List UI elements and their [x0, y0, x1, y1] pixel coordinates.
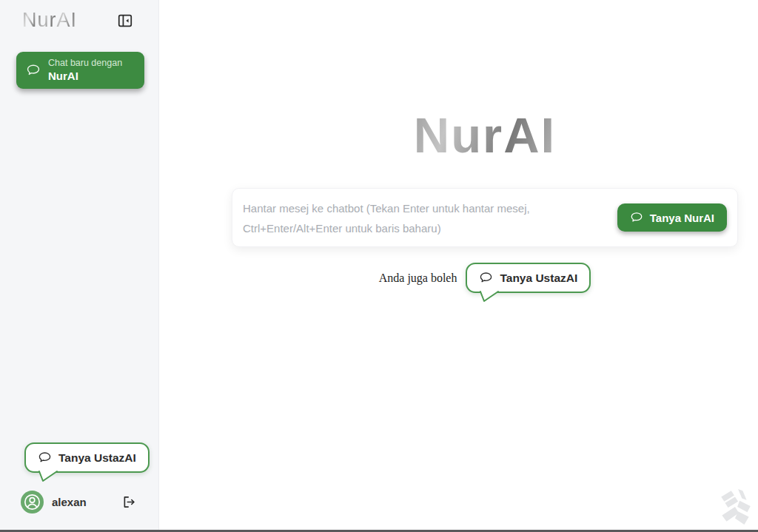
user-avatar [21, 491, 44, 514]
logout-arrow-icon [121, 494, 138, 510]
tanya-ustazai-button-main[interactable]: Tanya UstazAI [466, 263, 591, 293]
new-chat-label: Chat baru dengan NurAI [48, 58, 122, 83]
main-area: NurAI Tanya NurAI Anda juga boleh [160, 0, 758, 530]
tanya-ustazai-label: Tanya UstazAI [500, 272, 577, 285]
sidebar-header: NurAI [0, 0, 158, 32]
tanya-ustazai-button-sidebar[interactable]: Tanya UstazAI [24, 442, 150, 473]
user-circle-icon [22, 492, 42, 512]
tanya-ustazai-label: Tanya UstazAI [58, 451, 136, 465]
also-text: Anda juga boleh [379, 272, 457, 285]
speech-bubble-icon [38, 451, 52, 465]
alternative-row: Anda juga boleh Tanya UstazAI [232, 263, 738, 293]
user-row: alexan [0, 491, 158, 530]
sidebar-spacer [0, 89, 158, 442]
collapse-sidebar-icon [117, 13, 135, 29]
speech-bubble-icon [630, 211, 643, 224]
tanya-nurai-button[interactable]: Tanya NurAI [617, 203, 727, 232]
app-window: NurAI Chat baru dengan NurAI [0, 0, 758, 532]
bubble-tail [478, 291, 500, 303]
new-chat-label-line1: Chat baru dengan [48, 58, 122, 70]
user-name: alexan [52, 496, 87, 508]
collapse-sidebar-button[interactable] [117, 12, 135, 30]
speech-bubble-icon [26, 63, 41, 78]
pinwheel-logo [719, 487, 753, 527]
bubble-tail [37, 471, 59, 482]
message-input[interactable] [243, 198, 607, 237]
logout-button[interactable] [121, 494, 138, 511]
page-title: NurAI [232, 110, 738, 161]
sidebar-logo: NurAI [22, 9, 77, 32]
sidebar: NurAI Chat baru dengan NurAI [0, 0, 159, 530]
speech-bubble-icon [479, 271, 493, 285]
tanya-nurai-label: Tanya NurAI [650, 212, 714, 224]
new-chat-button[interactable]: Chat baru dengan NurAI [16, 52, 144, 89]
message-composer: Tanya NurAI [232, 188, 738, 247]
new-chat-label-line2: NurAI [48, 70, 122, 84]
main-content: NurAI Tanya NurAI Anda juga boleh [232, 110, 738, 293]
